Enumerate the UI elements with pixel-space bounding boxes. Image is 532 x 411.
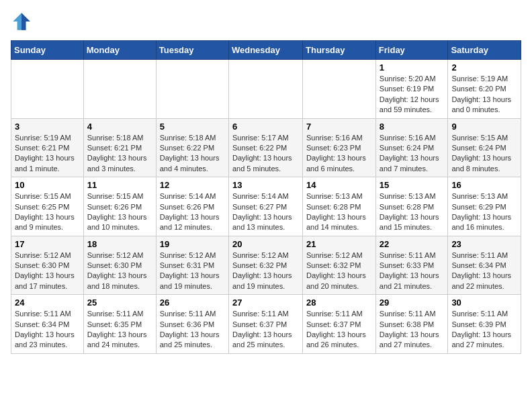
day-info: Sunrise: 5:13 AMSunset: 6:29 PMDaylight:… xyxy=(451,191,517,233)
day-info: Sunrise: 5:17 AMSunset: 6:22 PMDaylight:… xyxy=(232,133,299,175)
day-number: 19 xyxy=(160,239,225,249)
calendar-cell: 28Sunrise: 5:11 AMSunset: 6:37 PMDayligh… xyxy=(303,295,376,354)
day-number: 17 xyxy=(15,239,80,249)
calendar-week-row: 10Sunrise: 5:15 AMSunset: 6:25 PMDayligh… xyxy=(11,177,521,236)
day-number: 24 xyxy=(15,298,80,308)
calendar-week-row: 3Sunrise: 5:19 AMSunset: 6:21 PMDaylight… xyxy=(11,118,521,177)
calendar-cell: 17Sunrise: 5:12 AMSunset: 6:30 PMDayligh… xyxy=(11,236,84,295)
calendar-cell xyxy=(11,60,84,119)
header-day: Sunday xyxy=(11,41,84,60)
calendar-cell: 10Sunrise: 5:15 AMSunset: 6:25 PMDayligh… xyxy=(11,177,84,236)
day-number: 14 xyxy=(306,180,372,190)
day-number: 22 xyxy=(380,239,445,249)
day-number: 13 xyxy=(232,180,299,190)
day-info: Sunrise: 5:11 AMSunset: 6:38 PMDaylight:… xyxy=(380,309,445,351)
day-info: Sunrise: 5:20 AMSunset: 6:19 PMDaylight:… xyxy=(380,74,445,116)
calendar-cell: 21Sunrise: 5:12 AMSunset: 6:32 PMDayligh… xyxy=(303,236,376,295)
day-number: 10 xyxy=(15,180,80,190)
day-info: Sunrise: 5:14 AMSunset: 6:27 PMDaylight:… xyxy=(232,191,299,233)
header-day: Friday xyxy=(375,41,448,60)
calendar-week-row: 1Sunrise: 5:20 AMSunset: 6:19 PMDaylight… xyxy=(11,60,521,119)
day-number: 16 xyxy=(451,180,517,190)
calendar-cell: 19Sunrise: 5:12 AMSunset: 6:31 PMDayligh… xyxy=(156,236,228,295)
calendar-cell: 7Sunrise: 5:16 AMSunset: 6:23 PMDaylight… xyxy=(303,118,376,177)
svg-marker-1 xyxy=(21,13,30,30)
day-number: 2 xyxy=(451,62,517,73)
day-info: Sunrise: 5:13 AMSunset: 6:28 PMDaylight:… xyxy=(306,191,372,233)
calendar-cell: 23Sunrise: 5:11 AMSunset: 6:34 PMDayligh… xyxy=(448,236,521,295)
day-number: 5 xyxy=(160,122,225,132)
day-info: Sunrise: 5:11 AMSunset: 6:34 PMDaylight:… xyxy=(15,309,80,351)
calendar-cell: 1Sunrise: 5:20 AMSunset: 6:19 PMDaylight… xyxy=(375,60,448,119)
header-day: Tuesday xyxy=(156,41,228,60)
calendar-cell: 12Sunrise: 5:14 AMSunset: 6:26 PMDayligh… xyxy=(156,177,228,236)
day-info: Sunrise: 5:11 AMSunset: 6:39 PMDaylight:… xyxy=(451,309,517,351)
calendar-cell: 25Sunrise: 5:11 AMSunset: 6:35 PMDayligh… xyxy=(83,295,156,354)
day-info: Sunrise: 5:12 AMSunset: 6:30 PMDaylight:… xyxy=(15,250,80,292)
day-info: Sunrise: 5:12 AMSunset: 6:30 PMDaylight:… xyxy=(87,250,152,292)
day-number: 6 xyxy=(232,122,299,132)
calendar-cell: 27Sunrise: 5:11 AMSunset: 6:37 PMDayligh… xyxy=(228,295,302,354)
calendar-table: SundayMondayTuesdayWednesdayThursdayFrid… xyxy=(11,40,521,354)
day-info: Sunrise: 5:18 AMSunset: 6:21 PMDaylight:… xyxy=(87,133,152,175)
header-day: Saturday xyxy=(448,41,521,60)
day-info: Sunrise: 5:16 AMSunset: 6:23 PMDaylight:… xyxy=(306,133,372,175)
calendar-cell: 15Sunrise: 5:13 AMSunset: 6:28 PMDayligh… xyxy=(375,177,448,236)
calendar-cell: 24Sunrise: 5:11 AMSunset: 6:34 PMDayligh… xyxy=(11,295,84,354)
calendar-cell: 20Sunrise: 5:12 AMSunset: 6:32 PMDayligh… xyxy=(228,236,302,295)
day-number: 11 xyxy=(87,180,152,190)
calendar-cell: 6Sunrise: 5:17 AMSunset: 6:22 PMDaylight… xyxy=(228,118,302,177)
day-info: Sunrise: 5:11 AMSunset: 6:34 PMDaylight:… xyxy=(451,250,517,292)
day-info: Sunrise: 5:18 AMSunset: 6:22 PMDaylight:… xyxy=(160,133,225,175)
header-day: Thursday xyxy=(303,41,376,60)
calendar-cell xyxy=(83,60,156,119)
header-row: SundayMondayTuesdayWednesdayThursdayFrid… xyxy=(11,41,521,60)
day-number: 15 xyxy=(380,180,445,190)
calendar-cell xyxy=(156,60,228,119)
logo-icon xyxy=(11,11,32,32)
day-info: Sunrise: 5:12 AMSunset: 6:32 PMDaylight:… xyxy=(306,250,372,292)
calendar-cell: 16Sunrise: 5:13 AMSunset: 6:29 PMDayligh… xyxy=(448,177,521,236)
day-info: Sunrise: 5:11 AMSunset: 6:36 PMDaylight:… xyxy=(160,309,225,351)
header-day: Monday xyxy=(83,41,156,60)
day-info: Sunrise: 5:14 AMSunset: 6:26 PMDaylight:… xyxy=(160,191,225,233)
day-info: Sunrise: 5:12 AMSunset: 6:32 PMDaylight:… xyxy=(232,250,299,292)
logo xyxy=(11,11,35,32)
calendar-cell: 2Sunrise: 5:19 AMSunset: 6:20 PMDaylight… xyxy=(448,60,521,119)
day-info: Sunrise: 5:13 AMSunset: 6:28 PMDaylight:… xyxy=(380,191,445,233)
day-info: Sunrise: 5:11 AMSunset: 6:33 PMDaylight:… xyxy=(380,250,445,292)
calendar-cell: 18Sunrise: 5:12 AMSunset: 6:30 PMDayligh… xyxy=(83,236,156,295)
calendar-cell: 26Sunrise: 5:11 AMSunset: 6:36 PMDayligh… xyxy=(156,295,228,354)
calendar-cell: 8Sunrise: 5:16 AMSunset: 6:24 PMDaylight… xyxy=(375,118,448,177)
day-number: 1 xyxy=(380,62,445,73)
day-info: Sunrise: 5:19 AMSunset: 6:20 PMDaylight:… xyxy=(451,74,517,116)
calendar-cell: 4Sunrise: 5:18 AMSunset: 6:21 PMDaylight… xyxy=(83,118,156,177)
day-info: Sunrise: 5:12 AMSunset: 6:31 PMDaylight:… xyxy=(160,250,225,292)
day-number: 8 xyxy=(380,122,445,132)
day-number: 28 xyxy=(306,298,372,308)
calendar-cell xyxy=(303,60,376,119)
calendar-cell xyxy=(228,60,302,119)
calendar-cell: 11Sunrise: 5:15 AMSunset: 6:26 PMDayligh… xyxy=(83,177,156,236)
day-info: Sunrise: 5:16 AMSunset: 6:24 PMDaylight:… xyxy=(380,133,445,175)
day-info: Sunrise: 5:11 AMSunset: 6:35 PMDaylight:… xyxy=(87,309,152,351)
day-number: 29 xyxy=(380,298,445,308)
day-info: Sunrise: 5:15 AMSunset: 6:24 PMDaylight:… xyxy=(451,133,517,175)
calendar-cell: 22Sunrise: 5:11 AMSunset: 6:33 PMDayligh… xyxy=(375,236,448,295)
calendar-cell: 14Sunrise: 5:13 AMSunset: 6:28 PMDayligh… xyxy=(303,177,376,236)
day-info: Sunrise: 5:19 AMSunset: 6:21 PMDaylight:… xyxy=(15,133,80,175)
day-number: 23 xyxy=(451,239,517,249)
calendar-cell: 29Sunrise: 5:11 AMSunset: 6:38 PMDayligh… xyxy=(375,295,448,354)
calendar-week-row: 24Sunrise: 5:11 AMSunset: 6:34 PMDayligh… xyxy=(11,295,521,354)
day-info: Sunrise: 5:11 AMSunset: 6:37 PMDaylight:… xyxy=(306,309,372,351)
day-number: 30 xyxy=(451,298,517,308)
calendar-cell: 5Sunrise: 5:18 AMSunset: 6:22 PMDaylight… xyxy=(156,118,228,177)
day-number: 4 xyxy=(87,122,152,132)
day-info: Sunrise: 5:11 AMSunset: 6:37 PMDaylight:… xyxy=(232,309,299,351)
day-number: 26 xyxy=(160,298,225,308)
day-number: 20 xyxy=(232,239,299,249)
day-number: 7 xyxy=(306,122,372,132)
page-header xyxy=(11,11,521,32)
day-number: 21 xyxy=(306,239,372,249)
calendar-cell: 30Sunrise: 5:11 AMSunset: 6:39 PMDayligh… xyxy=(448,295,521,354)
